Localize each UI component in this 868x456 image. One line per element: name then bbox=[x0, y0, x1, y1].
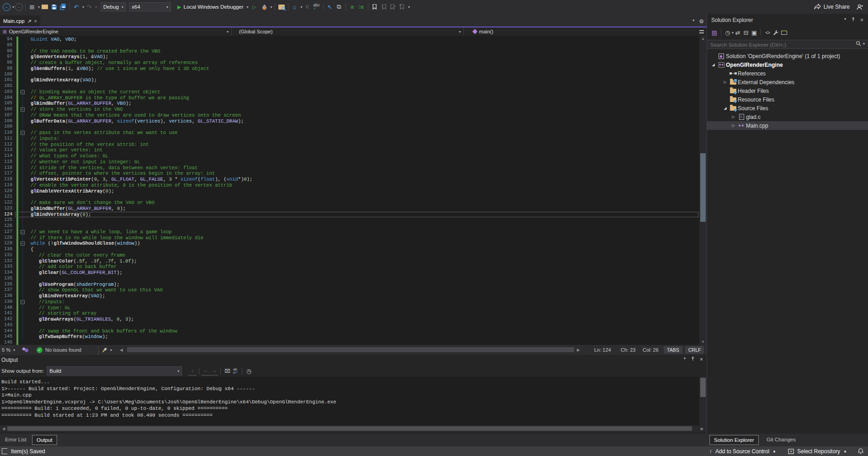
code-line[interactable]: 130{ bbox=[0, 247, 699, 252]
code-line[interactable]: 146 bbox=[0, 340, 699, 345]
line-number[interactable]: 96 bbox=[0, 48, 12, 54]
line-number[interactable]: 110 bbox=[0, 130, 12, 136]
document-list-dropdown-icon[interactable]: ▾ bbox=[692, 18, 694, 25]
pin-tab-icon[interactable] bbox=[27, 19, 32, 23]
new-project-icon[interactable]: ⊞ bbox=[28, 3, 36, 11]
se-window-dropdown-icon[interactable]: ▾ bbox=[844, 17, 846, 23]
scroll-up-icon[interactable]: ▲ bbox=[699, 37, 707, 41]
timestamp-icon[interactable]: ◷ bbox=[245, 367, 253, 375]
live-share-icon[interactable] bbox=[814, 4, 821, 10]
code-line[interactable]: 144// swap the front and back buffers of… bbox=[0, 328, 699, 334]
line-number[interactable]: 116 bbox=[0, 165, 12, 171]
editor-vertical-scrollbar[interactable]: ▲ ▼ bbox=[699, 36, 707, 345]
tree-expander-icon[interactable]: ▷ bbox=[730, 123, 737, 128]
fold-toggle-icon[interactable]: − bbox=[21, 241, 25, 246]
output-window-dropdown-icon[interactable]: ▾ bbox=[684, 356, 686, 363]
tab-error-list[interactable]: Error List bbox=[1, 435, 31, 444]
tree-item-solution-openglrenderengine-1-of-1-project[interactable]: Solution 'OpenGlRenderEngine' (1 of 1 pr… bbox=[707, 52, 868, 60]
increase-indent-icon[interactable]: ⁞≣ bbox=[357, 3, 366, 11]
line-number[interactable]: 115 bbox=[0, 159, 12, 165]
tree-item-resource-files[interactable]: Resource Files bbox=[707, 95, 868, 104]
line-number[interactable]: 100 bbox=[0, 72, 12, 78]
code-line[interactable]: 137// show OpenGL that we want to use th… bbox=[0, 287, 699, 293]
line-number[interactable]: 117 bbox=[0, 171, 12, 177]
code-line[interactable]: 127−// we need to have a while loop, lik… bbox=[0, 229, 699, 235]
add-to-source-control-button[interactable]: Add to Source Control bbox=[715, 448, 769, 455]
code-line[interactable]: 140// type: GL bbox=[0, 305, 699, 311]
line-number[interactable]: 105 bbox=[0, 101, 12, 107]
search-options-dropdown-icon[interactable]: ▾ bbox=[863, 42, 865, 46]
line-number[interactable]: 122 bbox=[0, 200, 12, 206]
line-number[interactable]: 114 bbox=[0, 153, 12, 159]
code-line[interactable]: 113// values per vertex: int bbox=[0, 147, 699, 153]
line-number[interactable]: 144 bbox=[0, 328, 12, 334]
line-number[interactable]: 103 bbox=[0, 89, 12, 95]
jump-to-last-message-icon[interactable]: ↓ bbox=[188, 366, 197, 376]
code-line[interactable]: 134glClear(GL_COLOR_BUFFER_BIT); bbox=[0, 270, 699, 276]
output-source-select[interactable]: Build▾ bbox=[47, 366, 182, 376]
code-line[interactable]: 120glEnableVertexAttribArray(0); bbox=[0, 188, 699, 194]
code-line[interactable]: 145glfwSwapBuffers(window); bbox=[0, 334, 699, 340]
new-project-dropdown-icon[interactable]: ▾ bbox=[38, 5, 40, 9]
copy-selection-icon[interactable]: ⧉ bbox=[335, 3, 343, 11]
code-line[interactable]: 106−// store the vertices in the VBO bbox=[0, 107, 699, 113]
toolbar-overflow-icon[interactable]: ▾ bbox=[408, 5, 410, 9]
code-editor[interactable]: 94GLuint VAO, VBO;9596// the VAO needs t… bbox=[0, 36, 707, 345]
line-number[interactable]: 125 bbox=[0, 217, 12, 223]
switch-views-icon[interactable]: ▤ bbox=[710, 28, 719, 37]
indent-mode-toggle[interactable]: TABS bbox=[664, 346, 682, 354]
line-number[interactable]: 143 bbox=[0, 322, 12, 328]
selection-mode-icon[interactable]: ↖ bbox=[326, 3, 334, 11]
code-line[interactable]: 124glBindVertexArray(0); bbox=[0, 212, 699, 218]
nav-member-dropdown[interactable]: main() bbox=[464, 27, 707, 36]
code-line[interactable]: 119// enable the vertex attribute, 0 is … bbox=[0, 182, 699, 188]
code-line[interactable]: 128// if there is no while loop the wind… bbox=[0, 235, 699, 241]
code-line[interactable]: 108glBufferData(GL_ARRAY_BUFFER, sizeof(… bbox=[0, 118, 699, 124]
line-number[interactable]: 140 bbox=[0, 305, 12, 311]
home-dropdown-icon[interactable]: ▾ bbox=[301, 5, 303, 9]
code-line[interactable]: 103−// binding makes an object the curre… bbox=[0, 89, 699, 95]
line-number[interactable]: 104 bbox=[0, 95, 12, 101]
column-guides-icon[interactable]: ⁞⁞ bbox=[304, 3, 312, 11]
open-file-icon[interactable] bbox=[41, 3, 49, 11]
code-line[interactable]: 104// GL_ARRAY_BUFFER is the type of buf… bbox=[0, 95, 699, 101]
code-line[interactable]: 139−//inputs: bbox=[0, 299, 699, 305]
select-repository-caret-icon[interactable]: ▲ bbox=[843, 449, 847, 453]
previous-message-icon[interactable]: ← bbox=[202, 366, 210, 376]
next-message-icon[interactable]: → bbox=[210, 366, 218, 376]
scroll-down-icon[interactable]: ▼ bbox=[699, 340, 707, 344]
line-number[interactable]: 109 bbox=[0, 124, 12, 130]
code-line[interactable]: 111// inputs: bbox=[0, 136, 699, 142]
navigate-back-dropdown-icon[interactable]: ▾ bbox=[12, 5, 14, 9]
tree-item-source-files[interactable]: ◢Source Files bbox=[707, 104, 868, 113]
code-line[interactable]: 94GLuint VAO, VBO; bbox=[0, 37, 699, 43]
line-number[interactable]: 134 bbox=[0, 270, 12, 276]
line-ending-toggle[interactable]: CRLF bbox=[685, 346, 704, 354]
tree-item-glad-c[interactable]: ▷cglad.c bbox=[707, 113, 868, 121]
line-number[interactable]: 95 bbox=[0, 43, 12, 48]
line-number[interactable]: 142 bbox=[0, 317, 12, 322]
line-number[interactable]: 131 bbox=[0, 252, 12, 258]
code-line[interactable]: 143 bbox=[0, 322, 699, 328]
tree-item-header-files[interactable]: Header Files bbox=[707, 86, 868, 95]
find-in-files-icon[interactable] bbox=[277, 3, 286, 11]
output-hscroll-thumb[interactable] bbox=[7, 426, 692, 431]
code-line[interactable]: 123glBindBuffer(GL_ARRAY_BUFFER, 0); bbox=[0, 206, 699, 212]
preview-selected-items-icon[interactable] bbox=[780, 28, 788, 37]
fold-toggle-icon[interactable]: − bbox=[21, 90, 25, 94]
output-scrollbar-thumb[interactable] bbox=[700, 378, 706, 397]
line-number[interactable]: 111 bbox=[0, 136, 12, 142]
se-pin-icon[interactable] bbox=[851, 17, 855, 23]
code-line[interactable]: 116// stride of the vertices, data betwe… bbox=[0, 165, 699, 171]
editor-options-gear-icon[interactable]: ⚙ bbox=[699, 18, 704, 25]
code-line[interactable]: 126 bbox=[0, 223, 699, 229]
code-line[interactable]: 99glGenBuffers(1, &VBO); // use 1 since … bbox=[0, 66, 699, 72]
code-line[interactable]: 107// DRAW means that the vertices are u… bbox=[0, 113, 699, 118]
line-number[interactable]: 113 bbox=[0, 147, 12, 153]
line-number[interactable]: 145 bbox=[0, 334, 12, 340]
code-line[interactable]: 117// offset, pointer to where the verti… bbox=[0, 171, 699, 177]
output-hscroll-right-icon[interactable]: ▶ bbox=[699, 427, 705, 431]
undo-icon[interactable]: ↶ bbox=[72, 3, 80, 11]
hscroll-right-icon[interactable]: ▶ bbox=[577, 345, 580, 355]
line-number[interactable]: 124 bbox=[0, 212, 12, 218]
